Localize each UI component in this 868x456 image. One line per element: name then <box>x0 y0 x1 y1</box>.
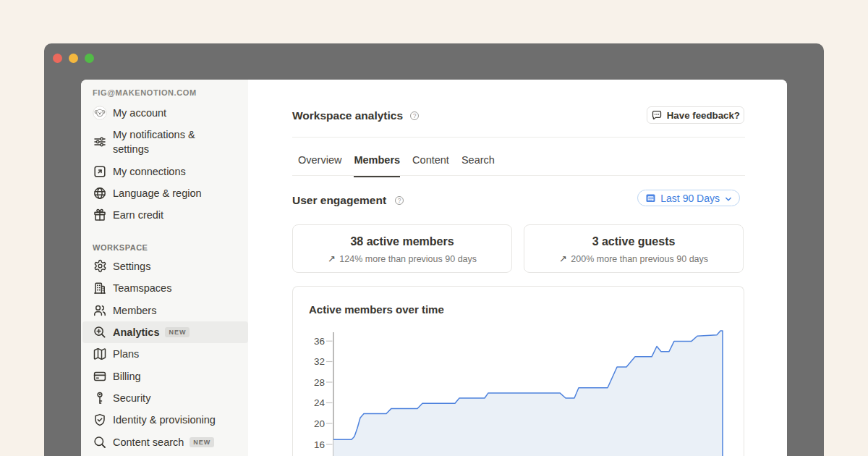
svg-text:28: 28 <box>314 377 325 388</box>
svg-text:24: 24 <box>314 397 326 408</box>
svg-text:36: 36 <box>314 336 325 347</box>
svg-text:32: 32 <box>314 356 325 367</box>
svg-text:16: 16 <box>314 439 325 450</box>
svg-text:20: 20 <box>314 418 325 429</box>
